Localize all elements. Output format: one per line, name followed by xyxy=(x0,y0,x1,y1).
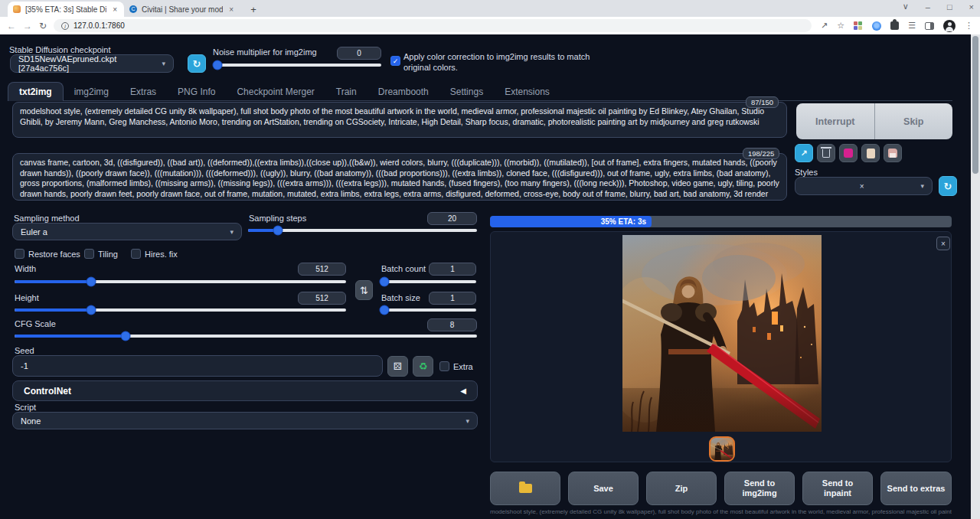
refresh-checkpoints-button[interactable]: ↻ xyxy=(188,54,206,73)
tab-extensions[interactable]: Extensions xyxy=(494,82,560,101)
script-dropdown[interactable]: None ▾ xyxy=(12,412,478,429)
prompt-token-counter: 87/150 xyxy=(746,96,779,108)
batch-count-slider[interactable] xyxy=(381,280,476,283)
color-correction-checkbox[interactable]: ✓ xyxy=(390,56,400,66)
restore-faces-checkbox[interactable] xyxy=(15,249,24,259)
zip-button[interactable]: Zip xyxy=(646,472,717,505)
hires-fix-checkbox[interactable] xyxy=(131,249,141,259)
extensions-puzzle-icon[interactable] xyxy=(890,21,899,30)
prompt-textarea[interactable]: modelshoot style, (extremely detailed CG… xyxy=(12,102,787,138)
noise-multiplier-slider[interactable] xyxy=(215,64,381,67)
negative-prompt-textarea[interactable]: canvas frame, cartoon, 3d, ((disfigured)… xyxy=(12,153,787,201)
chevron-down-icon[interactable]: ∨ xyxy=(903,2,909,11)
controlnet-accordion[interactable]: ControlNet ◀ xyxy=(12,380,478,401)
batch-size-slider[interactable] xyxy=(381,308,476,312)
batch-count-value[interactable]: 1 xyxy=(429,263,476,276)
extra-seed-checkbox[interactable] xyxy=(439,361,449,371)
sampling-steps-slider[interactable] xyxy=(248,229,477,232)
maximize-icon[interactable]: □ xyxy=(947,2,952,11)
tab-png-info[interactable]: PNG Info xyxy=(167,82,226,101)
width-slider[interactable] xyxy=(15,280,346,283)
generated-image-preview[interactable] xyxy=(622,235,822,432)
address-bar[interactable]: i 127.0.0.1:7860 xyxy=(54,19,812,32)
new-tab-button[interactable]: + xyxy=(247,2,260,16)
site-info-icon[interactable]: i xyxy=(61,22,69,30)
save-button[interactable]: Save xyxy=(568,472,639,505)
tab-checkpoint-merger[interactable]: Checkpoint Merger xyxy=(226,82,325,101)
minimize-icon[interactable]: – xyxy=(926,2,930,11)
seed-input[interactable] xyxy=(12,355,383,377)
browser-tab-stable-diffusion[interactable]: [35% ETA: 3s] Stable Diffusion × xyxy=(8,2,124,17)
tab-settings[interactable]: Settings xyxy=(439,82,494,101)
profile-avatar[interactable] xyxy=(943,20,956,32)
checkpoint-dropdown[interactable]: SD15NewVAEpruned.ckpt [27a4ac756c] ▾ xyxy=(10,54,174,73)
height-slider[interactable] xyxy=(15,308,346,312)
extension-grid-icon[interactable] xyxy=(854,21,863,31)
send-to-inpaint-button[interactable]: Send to inpaint xyxy=(802,472,873,505)
tiling-checkbox[interactable] xyxy=(84,249,94,259)
script-value: None xyxy=(21,416,41,426)
tab-extras[interactable]: Extras xyxy=(119,82,167,101)
chevron-down-icon: ▾ xyxy=(230,228,234,236)
prompt-tools-row: ↗ xyxy=(795,144,902,162)
slider-handle[interactable] xyxy=(87,278,95,286)
open-folder-button[interactable] xyxy=(490,472,560,505)
page-scrollbar[interactable] xyxy=(971,34,980,519)
gallery-thumbnail[interactable] xyxy=(709,436,735,462)
interrupt-button[interactable]: Interrupt xyxy=(796,103,874,139)
width-value[interactable]: 512 xyxy=(298,263,346,276)
close-gallery-icon[interactable]: × xyxy=(936,237,950,250)
styles-label: Styles xyxy=(795,168,818,177)
sampling-method-dropdown[interactable]: Euler a ▾ xyxy=(12,223,242,240)
bookmark-star-icon[interactable]: ☆ xyxy=(837,21,844,31)
noise-multiplier-value[interactable]: 0 xyxy=(337,47,381,60)
send-to-extras-button[interactable]: Send to extras xyxy=(880,472,952,505)
tab-train[interactable]: Train xyxy=(325,82,368,101)
slider-handle[interactable] xyxy=(214,61,222,70)
slider-handle[interactable] xyxy=(381,278,389,286)
extension-blue-icon[interactable] xyxy=(872,21,881,31)
slider-handle[interactable] xyxy=(121,332,129,341)
height-value[interactable]: 512 xyxy=(298,292,346,305)
slider-fill xyxy=(15,308,91,312)
tab-close-icon[interactable]: × xyxy=(111,5,119,14)
slider-handle[interactable] xyxy=(87,306,95,315)
tab-img2img[interactable]: img2img xyxy=(64,82,119,101)
reload-icon[interactable]: ↻ xyxy=(39,21,47,31)
tab-dreambooth[interactable]: Dreambooth xyxy=(368,82,439,101)
random-seed-dice-button[interactable]: ⚄ xyxy=(387,356,408,377)
forward-icon[interactable]: → xyxy=(23,21,32,31)
url-text: 127.0.0.1:7860 xyxy=(74,21,125,30)
clear-prompt-trash-button[interactable] xyxy=(817,144,835,162)
reading-list-icon[interactable]: ☰ xyxy=(908,21,916,31)
progress-fill: 35% ETA: 3s xyxy=(490,216,652,227)
reuse-seed-recycle-button[interactable]: ♻ xyxy=(413,356,433,377)
refresh-styles-button[interactable]: ↻ xyxy=(939,176,957,196)
cfg-scale-value[interactable]: 8 xyxy=(427,318,477,331)
send-to-img2img-button[interactable]: Send to img2img xyxy=(724,472,795,505)
extra-networks-button[interactable] xyxy=(839,144,858,162)
side-panel-icon[interactable] xyxy=(925,22,934,30)
sampling-steps-value[interactable]: 20 xyxy=(427,212,477,225)
browser-tab-civitai[interactable]: C Civitai | Share your models × xyxy=(124,2,240,17)
batch-size-value[interactable]: 1 xyxy=(429,292,476,305)
styles-dropdown[interactable]: × ▾ xyxy=(795,177,933,195)
save-style-button[interactable] xyxy=(884,144,902,162)
cfg-scale-slider[interactable] xyxy=(15,335,477,338)
thumbnail-image xyxy=(710,438,733,460)
slider-handle[interactable] xyxy=(273,227,282,235)
paste-params-button[interactable]: ↗ xyxy=(795,144,813,162)
swap-dimensions-button[interactable]: ⇅ xyxy=(355,280,373,300)
tab-close-icon[interactable]: × xyxy=(227,5,235,14)
back-icon[interactable]: ← xyxy=(7,21,16,31)
scrollbar-thumb[interactable] xyxy=(972,36,978,174)
share-icon[interactable]: ↗ xyxy=(821,21,828,31)
tab-txt2img[interactable]: txt2img xyxy=(8,82,64,101)
close-icon[interactable]: × xyxy=(969,2,974,11)
clear-styles-icon[interactable]: × xyxy=(860,182,864,191)
apply-styles-button[interactable] xyxy=(861,144,880,162)
height-label: Height xyxy=(15,293,39,302)
slider-handle[interactable] xyxy=(381,306,389,315)
skip-button[interactable]: Skip xyxy=(874,103,953,139)
menu-dots-icon[interactable]: ⋮ xyxy=(965,21,973,31)
